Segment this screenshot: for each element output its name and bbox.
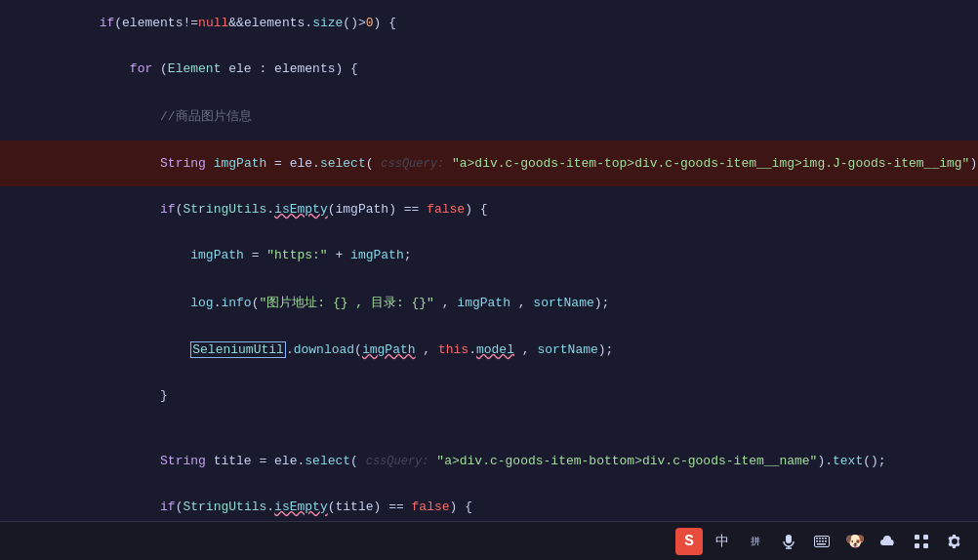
mic-button[interactable] [775, 528, 802, 555]
settings-button[interactable] [941, 528, 968, 555]
svg-rect-6 [822, 538, 824, 540]
svg-rect-11 [825, 540, 827, 542]
code-line: //商品图片信息 [0, 92, 978, 140]
code-line: SeleniumUtil.download(imgPath , this.mod… [0, 327, 978, 373]
code-line: } [0, 373, 978, 419]
svg-rect-7 [825, 538, 827, 540]
code-line: if(StringUtils.isEmpty(title) == false) … [0, 484, 978, 521]
svg-rect-9 [819, 540, 821, 542]
cloud-icon [879, 536, 897, 547]
sougou-logo[interactable]: S [675, 528, 703, 555]
code-area: if(elements!=null&&elements.size()>0) { … [0, 0, 978, 521]
keyboard-button[interactable] [808, 528, 835, 555]
svg-rect-16 [923, 543, 928, 548]
svg-rect-5 [819, 538, 821, 540]
mic-icon [781, 534, 796, 549]
taskbar: S 中 拼 [0, 521, 978, 560]
pinyin-button[interactable]: 拼 [742, 528, 769, 555]
apps-grid-icon [914, 534, 929, 549]
code-line-highlighted: String imgPath = ele.select( cssQuery: "… [0, 140, 978, 186]
svg-rect-13 [915, 535, 919, 540]
code-line: if(elements!=null&&elements.size()>0) { [0, 0, 978, 46]
svg-rect-10 [822, 540, 824, 542]
code-line: String title = ele.select( cssQuery: "a>… [0, 438, 978, 484]
svg-rect-0 [786, 535, 792, 543]
code-line: imgPath = "https:" + imgPath; [0, 232, 978, 278]
code-line [0, 419, 978, 438]
code-line: for (Element ele : elements) { [0, 46, 978, 92]
cloud-button[interactable] [875, 528, 902, 555]
settings-icon [947, 534, 962, 549]
emoji-button[interactable]: 🐶 [841, 528, 869, 555]
apps-grid-button[interactable] [908, 528, 935, 555]
code-line: log.info("图片地址: {} , 目录: {}" , imgPath ,… [0, 278, 978, 327]
svg-rect-8 [816, 540, 818, 542]
chinese-input-button[interactable]: 中 [709, 528, 736, 555]
keyboard-icon [814, 536, 830, 547]
svg-rect-4 [816, 538, 818, 540]
code-line: if(StringUtils.isEmpty(imgPath) == false… [0, 186, 978, 232]
svg-rect-14 [923, 535, 928, 540]
svg-rect-15 [915, 543, 919, 548]
editor-container: if(elements!=null&&elements.size()>0) { … [0, 0, 978, 560]
svg-rect-12 [817, 543, 826, 545]
